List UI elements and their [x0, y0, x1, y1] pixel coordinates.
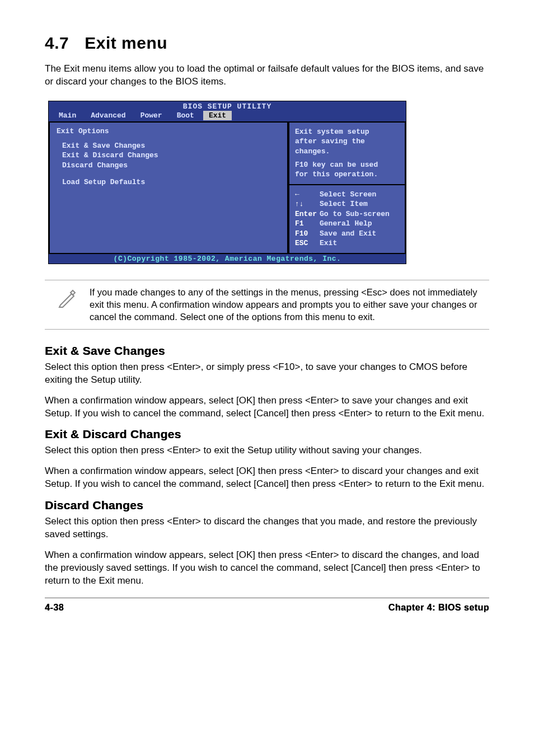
chapter-label: Chapter 4: BIOS setup [388, 603, 489, 613]
bios-tabs: Main Advanced Power Boot Exit [49, 111, 406, 121]
section-paragraph: When a confirmation window appears, sele… [45, 395, 489, 420]
bios-help-text: Exit system setup after saving the chang… [288, 121, 406, 185]
help-line: changes. [295, 147, 399, 157]
nav-row: F10Save and Exit [295, 229, 399, 239]
nav-label: Select Item [320, 200, 368, 208]
bios-tab-main[interactable]: Main [53, 111, 82, 120]
bios-left-panel: Exit Options Exit & Save Changes Exit & … [49, 121, 288, 254]
help-line: after saving the [295, 137, 399, 147]
bios-copyright: (C)Copyright 1985-2002, American Megatre… [49, 254, 406, 264]
arrow-updown-icon: ↑↓ [295, 199, 320, 209]
bios-item-exit-discard[interactable]: Exit & Discard Changes [62, 151, 280, 161]
key-enter: Enter [295, 209, 320, 219]
intro-paragraph: The Exit menu items allow you to load th… [45, 63, 489, 88]
help-line: Exit system setup [295, 127, 399, 137]
pencil-icon [45, 286, 90, 323]
nav-label: Select Screen [320, 190, 376, 199]
bios-item-load-defaults[interactable]: Load Setup Defaults [62, 177, 280, 187]
nav-row: F1General Help [295, 219, 399, 229]
bios-body: Exit Options Exit & Save Changes Exit & … [49, 121, 406, 254]
section-paragraph: Select this option then press <Enter> to… [45, 444, 489, 457]
key-esc: ESC [295, 238, 320, 248]
heading-number: 4.7 [45, 34, 69, 53]
section-paragraph: When a confirmation window appears, sele… [45, 549, 489, 588]
bios-tab-advanced[interactable]: Advanced [85, 111, 131, 120]
bios-screenshot: BIOS SETUP UTILITY Main Advanced Power B… [48, 101, 406, 264]
page-number: 4-38 [45, 603, 64, 613]
nav-row: ESCExit [295, 238, 399, 248]
arrow-left-icon: ← [295, 190, 320, 200]
note-box: If you made changes to any of the settin… [45, 280, 489, 330]
key-f10: F10 [295, 229, 320, 239]
bios-title: BIOS SETUP UTILITY [49, 102, 406, 111]
section-discard: Discard Changes Select this option then … [45, 499, 489, 588]
nav-row: ←Select Screen [295, 190, 399, 200]
nav-label: General Help [320, 219, 372, 228]
section-paragraph: When a confirmation window appears, sele… [45, 465, 489, 491]
nav-row: ↑↓Select Item [295, 199, 399, 209]
section-title: Exit & Save Changes [45, 344, 489, 358]
page-footer: 4-38 Chapter 4: BIOS setup [45, 598, 489, 613]
section-title: Exit & Discard Changes [45, 428, 489, 441]
page-title: 4.7Exit menu [45, 34, 489, 53]
section-title: Discard Changes [45, 499, 489, 512]
bios-item-exit-save[interactable]: Exit & Save Changes [62, 141, 280, 151]
nav-label: Save and Exit [320, 229, 376, 238]
help-line: F10 key can be used [295, 160, 399, 170]
nav-label: Go to Sub-screen [320, 210, 390, 218]
section-exit-discard: Exit & Discard Changes Select this optio… [45, 428, 489, 491]
key-f1: F1 [295, 219, 320, 229]
nav-label: Exit [320, 239, 337, 247]
bios-item-discard[interactable]: Discard Changes [62, 161, 280, 171]
help-line: for this operation. [295, 170, 399, 180]
bios-tab-power[interactable]: Power [135, 111, 168, 120]
section-paragraph: Select this option then press <Enter>, o… [45, 361, 489, 387]
bios-tab-exit[interactable]: Exit [203, 111, 232, 120]
bios-section-title: Exit Options [57, 127, 280, 135]
section-paragraph: Select this option then press <Enter> to… [45, 515, 489, 541]
bios-right-panel: Exit system setup after saving the chang… [288, 121, 406, 254]
heading-text: Exit menu [85, 34, 167, 52]
bios-header: BIOS SETUP UTILITY Main Advanced Power B… [49, 101, 406, 121]
note-text: If you made changes to any of the settin… [90, 286, 489, 323]
nav-row: EnterGo to Sub-screen [295, 209, 399, 219]
bios-tab-boot[interactable]: Boot [171, 111, 200, 120]
section-exit-save: Exit & Save Changes Select this option t… [45, 344, 489, 420]
bios-nav-help: ←Select Screen ↑↓Select Item EnterGo to … [288, 185, 406, 254]
spacer [57, 171, 280, 177]
